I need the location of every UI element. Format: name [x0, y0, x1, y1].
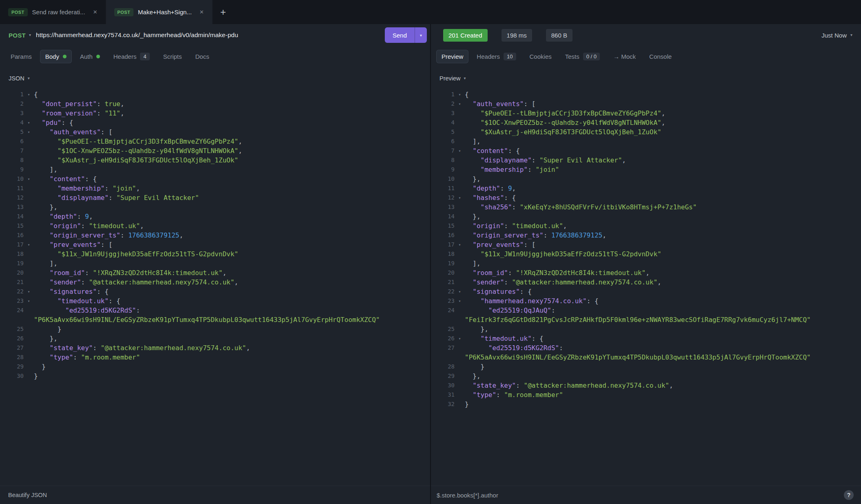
gutter-spacer: [24, 231, 34, 240]
gutter-spacer: [455, 165, 465, 174]
response-time-badge: 198 ms: [502, 29, 532, 42]
code-line: 8 "displayname": "Super Evil Attacker",: [431, 155, 861, 165]
code-line: 18 "$11x_JW1n9UjggjhekD35aEfFzOdz51tTS-G…: [0, 249, 430, 259]
fold-toggle-icon[interactable]: ▾: [455, 193, 465, 202]
fold-toggle-icon[interactable]: ▾: [24, 296, 34, 306]
tab-body[interactable]: Body: [40, 50, 72, 63]
body-language-dropdown[interactable]: JSON ▾: [9, 75, 30, 82]
gutter-spacer: [455, 127, 465, 137]
send-button[interactable]: Send ▾: [385, 27, 427, 43]
gutter-spacer: [455, 343, 465, 353]
line-number: 23: [0, 296, 24, 306]
fold-toggle-icon[interactable]: ▾: [24, 118, 34, 127]
fold-toggle-icon[interactable]: ▾: [455, 90, 465, 99]
tab-label: Body: [45, 53, 59, 60]
tab-label: Auth: [80, 53, 93, 60]
response-preview-editor[interactable]: 1▾{2▾ "auth_events": [3 "$PueOEI--tLBmjp…: [431, 90, 861, 486]
line-number: 28: [0, 353, 24, 362]
fold-toggle-icon[interactable]: ▾: [24, 90, 34, 99]
fold-toggle-icon[interactable]: ▾: [24, 174, 34, 184]
code-line: 1▾{: [431, 90, 861, 99]
history-dropdown[interactable]: Just Now ▾: [821, 32, 852, 39]
code-line: 3 "room_version": "11",: [0, 109, 430, 118]
tab-label: Scripts: [163, 53, 182, 60]
code-line: 2▾ "auth_events": [: [431, 99, 861, 109]
fold-toggle-icon[interactable]: ▾: [24, 287, 34, 296]
fold-toggle-icon[interactable]: ▾: [455, 334, 465, 343]
line-number: 26: [0, 334, 24, 343]
gutter-spacer: [24, 259, 34, 268]
tab-params[interactable]: Params: [5, 50, 37, 63]
line-number: 11: [431, 184, 455, 193]
tab-label: Cookies: [530, 53, 552, 60]
tab-label: Params: [11, 53, 32, 60]
code-line: 27 "ed25519:d5KG2RdS":: [431, 343, 861, 353]
code-text: "signatures": {: [465, 287, 532, 296]
fold-toggle-icon[interactable]: ▾: [455, 296, 465, 306]
code-line: 12▾ "hashes": {: [431, 193, 861, 202]
tab-console[interactable]: Console: [644, 50, 677, 63]
code-text: "dont_persist": true,: [34, 99, 124, 109]
gutter-spacer: [455, 212, 465, 221]
line-number: 12: [0, 193, 24, 202]
code-text: "$XuAstr_j-eH9diSqF8J6T3FGDUct5lOqXjBeh_…: [34, 155, 238, 165]
tab-response-headers[interactable]: Headers 10: [471, 49, 521, 64]
fold-toggle-icon[interactable]: ▾: [455, 146, 465, 155]
code-text: "P6K5aAvx66wi9sH9INL/EeGSyZRbzeK91pYTumx…: [465, 353, 811, 362]
line-number: 21: [0, 278, 24, 287]
new-tab-button[interactable]: +: [213, 0, 234, 24]
line-number: 9: [0, 165, 24, 174]
method-dropdown[interactable]: POST ▾: [9, 32, 31, 39]
fold-toggle-icon[interactable]: ▾: [455, 240, 465, 249]
tab-auth[interactable]: Auth: [75, 50, 105, 63]
jsonpath-filter-input[interactable]: [437, 492, 839, 499]
line-number: 15: [0, 221, 24, 231]
tab-headers[interactable]: Headers 4: [108, 49, 155, 64]
window-tab-send-raw-federation[interactable]: POST Send raw federati... ✕: [0, 0, 106, 24]
code-text: "membership": "join",: [34, 184, 140, 193]
line-number: 14: [0, 212, 24, 221]
code-line: 1▾{: [0, 90, 430, 99]
fold-toggle-icon[interactable]: ▾: [455, 287, 465, 296]
gutter-spacer: [455, 202, 465, 212]
tab-label: Headers: [477, 53, 500, 60]
code-line: 7▾ "content": {: [431, 146, 861, 155]
fold-toggle-icon[interactable]: ▾: [24, 127, 34, 137]
tab-scripts[interactable]: Scripts: [158, 50, 187, 63]
code-line: 19 ],: [431, 259, 861, 268]
gutter-spacer: [455, 184, 465, 193]
tab-label: Headers: [113, 53, 137, 60]
gutter-spacer: [455, 278, 465, 287]
window-tab-make-hash-sign[interactable]: POST Make+Hash+Sign... ✕: [106, 0, 213, 24]
chevron-down-icon: ▾: [464, 76, 466, 80]
fold-toggle-icon[interactable]: ▾: [455, 99, 465, 109]
tab-cookies[interactable]: Cookies: [524, 50, 557, 63]
gutter-spacer: [24, 109, 34, 118]
url-input[interactable]: https://hammerhead.nexy7574.co.uk/_hamme…: [36, 31, 380, 39]
code-line: 24 "ed25519:QqJAuQ":: [431, 306, 861, 315]
beautify-json-button[interactable]: Beautify JSON: [8, 492, 47, 498]
preview-mode-dropdown[interactable]: Preview ▾: [439, 75, 466, 82]
response-status-bar: 201 Created 198 ms 860 B Just Now ▾: [431, 24, 861, 46]
close-icon[interactable]: ✕: [93, 9, 98, 15]
send-button-label: Send: [385, 27, 415, 43]
line-number: 24: [0, 306, 24, 315]
send-options-chevron-icon[interactable]: ▾: [415, 27, 427, 43]
code-text: {: [465, 90, 469, 99]
gutter-spacer: [455, 109, 465, 118]
request-body-editor[interactable]: 1▾{2 "dont_persist": true,3 "room_versio…: [0, 90, 430, 486]
code-line: "FeiIrk3fz6qGGtDd821PgCvsJcRPzAHkfDp5F0k…: [431, 315, 861, 324]
code-text: "origin": "timedout.uk",: [34, 221, 144, 231]
tab-preview[interactable]: Preview: [436, 50, 468, 63]
fold-toggle-icon[interactable]: ▾: [24, 240, 34, 249]
tab-tests[interactable]: Tests 0 / 0: [560, 49, 605, 64]
line-number: 13: [0, 202, 24, 212]
tab-docs[interactable]: Docs: [190, 50, 215, 63]
help-button[interactable]: ?: [844, 490, 854, 500]
gutter-spacer: [24, 278, 34, 287]
line-number: 17: [0, 240, 24, 249]
gutter-spacer: [24, 165, 34, 174]
close-icon[interactable]: ✕: [200, 9, 204, 15]
response-size-badge: 860 B: [546, 29, 573, 42]
tab-mock[interactable]: → Mock: [608, 50, 641, 63]
